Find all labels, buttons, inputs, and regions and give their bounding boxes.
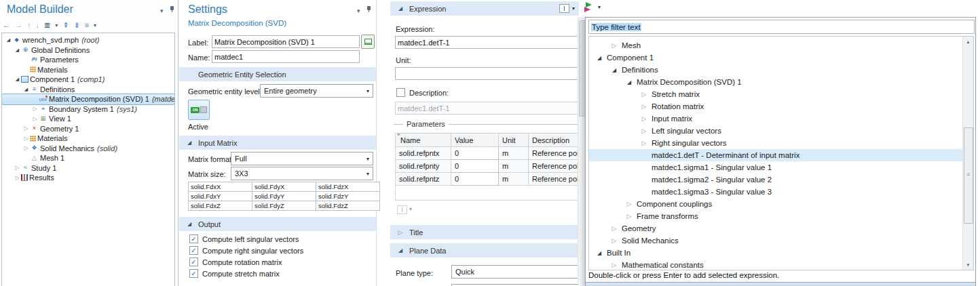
column-header-name[interactable]: »Name (396, 134, 451, 147)
expand-expander-icon[interactable]: ▷ (609, 262, 619, 268)
param-unit-cell[interactable]: m (499, 173, 529, 186)
expression-item-right-singular-vectors[interactable]: ▷Right singular vectors (589, 137, 963, 149)
filter-input[interactable]: Type filter text (588, 20, 975, 34)
expand-expander-icon[interactable]: ▷ (22, 125, 30, 131)
section-title[interactable]: ▷ Title (390, 225, 578, 239)
expand-expander-icon[interactable]: ▷ (639, 91, 649, 98)
model-tree-options-button[interactable]: ≡ (85, 22, 89, 29)
expand-expander-icon[interactable]: ▷ (22, 136, 30, 142)
geometric-entity-level-select[interactable]: Entire geometry ▾ (260, 84, 373, 98)
matrix-cell[interactable]: solid.FdxX (189, 182, 252, 192)
expression-item-frame-transforms[interactable]: ▷Frame transforms (589, 210, 963, 222)
expression-item-stretch-matrix[interactable]: ▷Stretch matrix (589, 88, 963, 100)
move-up-button[interactable]: ↑ (27, 22, 31, 29)
panel-scrollbar-thumb[interactable] (579, 20, 585, 117)
expand-expander-icon[interactable]: ▷ (639, 127, 649, 134)
expression-item-built-in[interactable]: ◢Built In (589, 247, 963, 259)
tree-item-study-1[interactable]: ▷≈Study 1 (2, 163, 174, 173)
expand-expander-icon[interactable]: ▷ (639, 140, 649, 146)
tree-item-definitions[interactable]: ◢≡Definitions (2, 85, 174, 95)
matrix-format-select[interactable]: Full ▾ (231, 152, 373, 165)
expand-expander-icon[interactable]: ▷ (609, 42, 619, 49)
panel-scrollbar[interactable] (578, 17, 585, 286)
section-output[interactable]: ◢ Output (179, 217, 376, 231)
scroll-up-button[interactable]: ▲ (963, 37, 973, 47)
param-name-cell[interactable]: solid.refpntz (396, 173, 451, 186)
column-header-value[interactable]: Value (451, 134, 499, 147)
section-expand-icon[interactable]: ▷ (396, 229, 405, 236)
model-tree-options-caret-icon[interactable]: ▾ (94, 22, 96, 28)
replace-expression-caret-icon[interactable]: ▾ (572, 5, 575, 12)
popup-scrollbar[interactable]: ▲ ▼ (962, 37, 973, 270)
param-unit-cell[interactable]: m (499, 160, 529, 173)
expression-item-mathematical-constants[interactable]: ▷Mathematical constants (589, 259, 963, 270)
expression-item-component-couplings[interactable]: ▷Component couplings (589, 198, 963, 210)
section-input-matrix[interactable]: ◢ Input Matrix (179, 136, 376, 150)
matrix-cell[interactable]: solid.FdyY (252, 192, 316, 201)
expand-expander-icon[interactable]: ▷ (31, 106, 39, 112)
expression-item-rotation-matrix[interactable]: ▷Rotation matrix (589, 100, 963, 113)
matrix-size-select[interactable]: 3X3 ▾ (231, 167, 373, 180)
checkbox-box[interactable]: ✓ (189, 258, 198, 266)
tree-item-view-1[interactable]: ▷⊞View 1 (2, 114, 174, 124)
expression-item-matdec1-sigma3-singular-value-3[interactable]: matdec1.sigma3 - Singular value 3 (589, 186, 963, 198)
panel-menu-caret-icon[interactable]: ▾ (357, 7, 360, 14)
tree-item-matrix-decomposition-svd-1[interactable]: uovMatrix Decomposition (SVD) 1(matdec1) (2, 94, 174, 104)
collapse-expander-icon[interactable]: ◢ (5, 37, 12, 43)
collapse-expander-icon[interactable]: ◢ (22, 87, 30, 92)
unit-input[interactable] (395, 67, 585, 80)
section-plane-data[interactable]: ◢ Plane Data (390, 243, 578, 258)
expression-item-matdec1-dett-determinant-of-input-matrix[interactable]: matdec1.detT - Determinant of input matr… (589, 149, 963, 161)
param-value-cell[interactable]: 0 (451, 160, 499, 173)
checkbox-compute-stretch-matrix[interactable]: ✓Compute stretch matrix (189, 269, 280, 278)
replace-expression-icon[interactable] (559, 4, 569, 13)
expand-expander-icon[interactable]: ▷ (639, 103, 649, 110)
expression-item-definitions[interactable]: ◢Definitions (589, 64, 963, 76)
expand-expander-icon[interactable]: ▷ (14, 175, 21, 181)
rename-button[interactable] (361, 35, 375, 49)
tree-item-geometry-1[interactable]: ▷×Geometry 1 (2, 124, 174, 134)
show-caret-icon[interactable]: ▾ (55, 22, 58, 28)
matrix-cell[interactable]: solid.FdxY (189, 192, 252, 201)
checkbox-compute-left-singular-vectors[interactable]: ✓Compute left singular vectors (189, 234, 299, 243)
plane-type-select[interactable]: Quick ▾ (451, 265, 585, 279)
insert-expression-caret-icon[interactable]: ▾ (598, 4, 601, 10)
section-collapse-icon[interactable]: ◢ (185, 140, 194, 146)
checkbox-box[interactable]: ✓ (189, 269, 198, 278)
tree-item-mesh-1[interactable]: △Mesh 1 (2, 153, 174, 163)
popup-scrollbar-thumb[interactable] (964, 127, 973, 224)
param-description-cell[interactable]: Reference point fo (529, 160, 586, 173)
scroll-down-button[interactable]: ▼ (963, 260, 973, 270)
expand-expander-icon[interactable]: ▷ (624, 213, 634, 220)
param-value-cell[interactable]: 0 (451, 147, 499, 160)
name-field[interactable] (212, 50, 360, 63)
tree-item-results[interactable]: ▷Results (2, 173, 174, 183)
tree-item-wrench-svd-mph[interactable]: ◢◆wrench_svd.mph(root) (2, 35, 174, 45)
param-unit-cell[interactable]: m (499, 147, 529, 160)
panel-menu-caret-icon[interactable]: ▾ (160, 7, 164, 14)
expression-item-solid-mechanics[interactable]: ▷Solid Mechanics (589, 234, 963, 247)
description-checkbox[interactable] (396, 88, 405, 97)
collapse-expander-icon[interactable]: ◢ (595, 55, 604, 61)
matrix-cell[interactable]: solid.FdyX (252, 182, 316, 192)
checkbox-compute-right-singular-vectors[interactable]: ✓Compute right singular vectors (189, 246, 303, 255)
column-options-icon[interactable]: » (397, 134, 400, 138)
expand-expander-icon[interactable]: ▷ (22, 145, 30, 151)
expand-expander-icon[interactable]: ▷ (609, 225, 619, 232)
expression-item-geometry[interactable]: ▷Geometry (589, 222, 963, 234)
tree-item-component-1[interactable]: ◢Component 1(comp1) (2, 75, 174, 85)
matrix-cell[interactable]: solid.FdzZ (316, 201, 380, 211)
tree-item-global-definitions[interactable]: ◢⊕Global Definitions (2, 45, 174, 56)
collapse-expander-icon[interactable]: ◢ (609, 67, 619, 73)
expand-expander-icon[interactable]: ▷ (624, 201, 634, 207)
pin-icon[interactable] (366, 5, 372, 13)
matrix-cell[interactable]: solid.FdzY (316, 192, 380, 201)
section-expression[interactable]: ◢ Expression ▾ (390, 1, 579, 16)
matrix-cell[interactable]: solid.FdzX (316, 182, 380, 192)
pin-icon[interactable] (169, 5, 175, 13)
matrix-cell[interactable]: solid.FdxZ (189, 201, 252, 211)
expand-expander-icon[interactable]: ▷ (31, 116, 39, 122)
label-field[interactable] (212, 35, 360, 48)
show-button[interactable]: ≣ (44, 22, 50, 29)
column-header-description[interactable]: Description (529, 134, 586, 147)
